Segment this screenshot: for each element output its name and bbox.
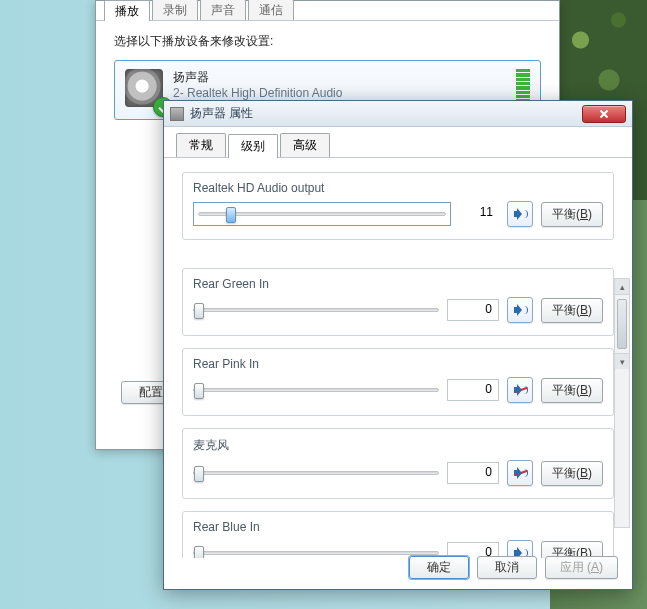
cancel-button[interactable]: 取消 [477, 556, 537, 579]
properties-tabs: 常规级别高级 [164, 127, 632, 158]
volume-value: 11 [459, 203, 499, 225]
channel-panel: 麦克风0平衡(B) [182, 428, 614, 499]
balance-label-prefix: 平衡( [552, 466, 580, 480]
mute-button[interactable] [507, 377, 533, 403]
balance-button[interactable]: 平衡(B) [541, 298, 603, 323]
volume-slider[interactable] [193, 379, 439, 401]
mute-button[interactable] [507, 201, 533, 227]
channel-row: 0平衡(B) [193, 377, 603, 403]
channel-panel: Rear Pink In0平衡(B) [182, 348, 614, 416]
slider-thumb[interactable] [226, 207, 236, 223]
apply-mnemonic: A [591, 560, 599, 574]
balance-mnemonic: B [580, 383, 588, 397]
apply-label-suffix: ) [599, 560, 603, 574]
balance-label-suffix: ) [588, 207, 592, 221]
scroll-up-button[interactable]: ▴ [615, 279, 629, 295]
device-driver: 2- Realtek High Definition Audio [173, 86, 342, 100]
close-button[interactable] [582, 105, 626, 123]
balance-label-prefix: 平衡( [552, 383, 580, 397]
mute-button[interactable] [507, 460, 533, 486]
channel-name: 麦克风 [193, 437, 603, 454]
sound-tab-0[interactable]: 播放 [104, 0, 150, 21]
apply-label-prefix: 应用 ( [560, 560, 591, 574]
volume-value[interactable]: 0 [447, 379, 499, 401]
balance-label-suffix: ) [588, 383, 592, 397]
slider-thumb[interactable] [194, 546, 204, 558]
speaker-icon [513, 303, 527, 317]
dialog-buttons: 确定 取消 应用 (A) [409, 556, 618, 579]
sound-tab-1[interactable]: 录制 [152, 0, 198, 20]
prop-tab-0[interactable]: 常规 [176, 133, 226, 157]
balance-label-prefix: 平衡( [552, 207, 580, 221]
levels-tab-body: Realtek HD Audio output11平衡(B)Rear Green… [164, 158, 632, 558]
channel-name: Realtek HD Audio output [193, 181, 603, 195]
volume-slider[interactable] [193, 299, 439, 321]
ok-button[interactable]: 确定 [409, 556, 469, 579]
channel-name: Rear Pink In [193, 357, 603, 371]
sound-tab-3[interactable]: 通信 [248, 0, 294, 20]
channel-row: 0平衡(B) [193, 460, 603, 486]
balance-mnemonic: B [580, 303, 588, 317]
balance-button[interactable]: 平衡(B) [541, 202, 603, 227]
balance-mnemonic: B [580, 466, 588, 480]
prop-tab-1[interactable]: 级别 [228, 134, 278, 158]
instruction-text: 选择以下播放设备来修改设置: [114, 33, 541, 50]
device-name: 扬声器 [173, 69, 342, 86]
speaker-properties-window: 扬声器 属性 常规级别高级 Realtek HD Audio output11平… [163, 100, 633, 590]
speaker-icon [513, 207, 527, 221]
channel-name: Rear Blue In [193, 520, 603, 534]
scroll-thumb[interactable] [617, 299, 627, 349]
sound-tabs: 播放录制声音通信 [96, 1, 559, 21]
channel-panel: Rear Green In0平衡(B) [182, 268, 614, 336]
balance-label-prefix: 平衡( [552, 303, 580, 317]
volume-slider[interactable] [193, 542, 439, 558]
channel-row: 11平衡(B) [193, 201, 603, 227]
volume-slider[interactable] [193, 202, 451, 226]
balance-mnemonic: B [580, 207, 588, 221]
slider-thumb[interactable] [194, 466, 204, 482]
balance-button[interactable]: 平衡(B) [541, 378, 603, 403]
channel-row: 0平衡(B) [193, 297, 603, 323]
apply-button[interactable]: 应用 (A) [545, 556, 618, 579]
prop-tab-2[interactable]: 高级 [280, 133, 330, 157]
titlebar[interactable]: 扬声器 属性 [164, 101, 632, 127]
scrollbar[interactable]: ▴ ▾ [614, 278, 630, 528]
volume-value[interactable]: 0 [447, 462, 499, 484]
speaker-icon [513, 466, 527, 480]
volume-value[interactable]: 0 [447, 299, 499, 321]
balance-label-suffix: ) [588, 466, 592, 480]
mute-button[interactable] [507, 297, 533, 323]
sound-tab-2[interactable]: 声音 [200, 0, 246, 20]
channel-panel: Realtek HD Audio output11平衡(B) [182, 172, 614, 240]
volume-slider[interactable] [193, 462, 439, 484]
slider-thumb[interactable] [194, 383, 204, 399]
balance-button[interactable]: 平衡(B) [541, 461, 603, 486]
channel-panel: Rear Blue In0平衡(B) [182, 511, 614, 558]
slider-thumb[interactable] [194, 303, 204, 319]
channel-name: Rear Green In [193, 277, 603, 291]
speaker-icon [513, 383, 527, 397]
scroll-down-button[interactable]: ▾ [615, 353, 629, 369]
window-title: 扬声器 属性 [190, 105, 576, 122]
balance-label-suffix: ) [588, 303, 592, 317]
window-icon [170, 107, 184, 121]
